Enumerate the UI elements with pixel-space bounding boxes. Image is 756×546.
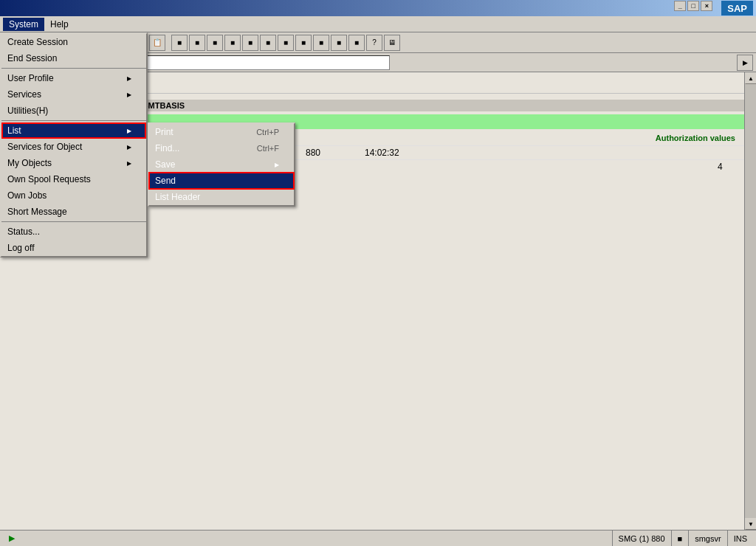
status-smg: SMG (1) 880	[613, 531, 672, 546]
services-for-object-arrow: ▶	[127, 144, 131, 151]
toolbar-icon3[interactable]: ■	[207, 35, 223, 51]
toolbar-icon4[interactable]: ■	[224, 35, 241, 51]
menu-utilities[interactable]: Utilities(H)	[1, 103, 146, 119]
list-menu-list-header[interactable]: List Header	[149, 189, 294, 205]
menu-list[interactable]: List ▶ Print Ctrl+P Find... Ctrl+F Save …	[1, 122, 146, 139]
menu-my-objects[interactable]: My Objects ▶	[1, 155, 146, 171]
list-menu-save[interactable]: Save ▶	[149, 156, 294, 173]
toolbar-icon8[interactable]: ■	[295, 35, 312, 51]
scroll-up-btn[interactable]: ▲	[745, 72, 756, 84]
menu-own-spool[interactable]: Own Spool Requests	[1, 171, 146, 187]
menu-bar: System Help	[0, 16, 756, 32]
maximize-btn[interactable]: □	[687, 1, 699, 11]
toolbar-help[interactable]: ?	[366, 35, 382, 51]
toolbar-monitor[interactable]: 🖥	[384, 35, 400, 51]
minimize-btn[interactable]: _	[674, 1, 686, 11]
toolbar-icon9[interactable]: ■	[313, 35, 329, 51]
list-arrow: ▶	[127, 128, 131, 134]
list-submenu: Print Ctrl+P Find... Ctrl+F Save ▶ Send …	[148, 122, 295, 207]
my-objects-arrow: ▶	[127, 160, 131, 167]
scrollbar-right: ▲ ▼	[744, 72, 756, 530]
toolbar-copy[interactable]: 📋	[149, 35, 165, 51]
menu-sep-2	[1, 120, 146, 121]
status-server: smgsvr	[689, 531, 727, 546]
menu-system[interactable]: System	[3, 18, 44, 31]
user-profile-arrow: ▶	[127, 75, 131, 82]
scroll-track	[745, 84, 756, 518]
list-menu-print[interactable]: Print Ctrl+P	[149, 124, 294, 140]
scroll-down-btn[interactable]: ▼	[745, 518, 756, 530]
toolbar-icon2[interactable]: ■	[189, 35, 205, 51]
services-arrow: ▶	[127, 91, 131, 98]
menu-own-jobs[interactable]: Own Jobs	[1, 187, 146, 204]
window-controls: _ □ × SAP	[674, 1, 753, 15]
address-go[interactable]: ▶	[737, 55, 753, 71]
toolbar-icon10[interactable]: ■	[331, 35, 347, 51]
menu-services[interactable]: Services ▶	[1, 86, 146, 103]
toolbar-icon6[interactable]: ■	[260, 35, 276, 51]
status-bar: ▶ SMG (1) 880 ■ smgsvr INS	[0, 530, 756, 546]
menu-sep-3	[1, 221, 146, 222]
menu-services-for-object[interactable]: Services for Object ▶	[1, 139, 146, 155]
menu-end-session[interactable]: End Session	[1, 50, 146, 66]
list-menu-send[interactable]: Send	[149, 173, 294, 189]
title-bar: _ □ × SAP	[0, 0, 756, 16]
sap-logo: SAP	[721, 1, 753, 15]
menu-help[interactable]: Help	[44, 18, 75, 31]
status-icon: ■	[672, 531, 690, 546]
status-mode: INS	[728, 531, 753, 546]
close-btn[interactable]: ×	[701, 1, 712, 11]
toolbar-icon11[interactable]: ■	[348, 35, 365, 51]
menu-short-message[interactable]: Short Message	[1, 204, 146, 220]
status-play: ▶	[3, 531, 613, 546]
toolbar-icon5[interactable]: ■	[242, 35, 258, 51]
menu-sep-1	[1, 68, 146, 69]
list-menu-find[interactable]: Find... Ctrl+F	[149, 140, 294, 156]
menu-status[interactable]: Status...	[1, 224, 146, 240]
menu-create-session[interactable]: Create Session	[1, 34, 146, 50]
save-arrow: ▶	[275, 162, 279, 168]
menu-logoff[interactable]: Log off	[1, 240, 146, 256]
menu-user-profile[interactable]: User Profile ▶	[1, 70, 146, 86]
toolbar-icon1[interactable]: ■	[171, 35, 188, 51]
system-menu: Create Session End Session User Profile …	[0, 32, 148, 258]
toolbar-icon7[interactable]: ■	[278, 35, 294, 51]
